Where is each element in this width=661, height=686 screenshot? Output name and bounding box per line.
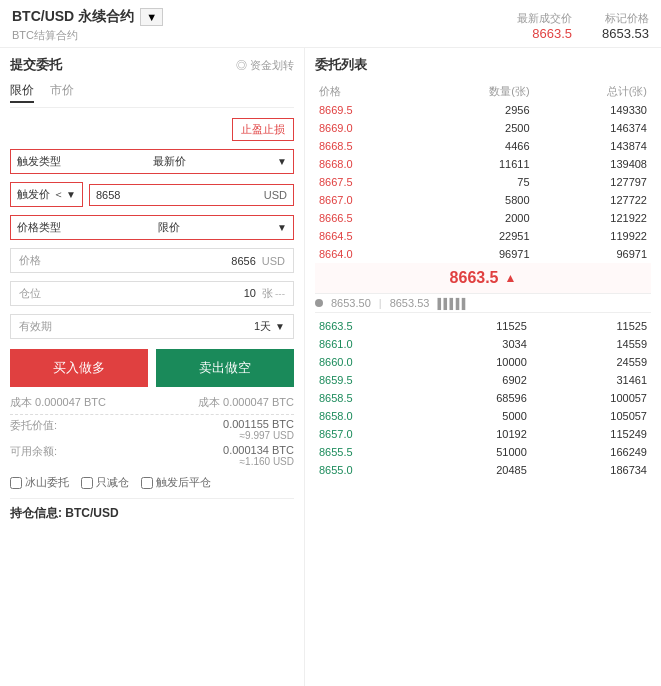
submit-order-title: 提交委托 [10,56,62,74]
bid-row[interactable]: 8655.0 20485 186734 [315,461,651,479]
bid-row[interactable]: 8658.5 68596 100057 [315,389,651,407]
ask-qty: 96971 [416,245,533,263]
ask-row[interactable]: 8664.5 22951 119922 [315,227,651,245]
tab-market[interactable]: 市价 [50,82,74,103]
price-unit: USD [262,255,285,267]
stop-loss-button[interactable]: 止盈止损 [232,118,294,141]
bottom-price1: 8653.50 [331,297,371,309]
ask-row[interactable]: 8668.0 11611 139408 [315,155,651,173]
ask-price: 8669.5 [315,101,416,119]
header-title-row: BTC/USD 永续合约 ▼ [12,8,163,26]
bid-row[interactable]: 8663.5 11525 11525 [315,317,651,335]
bid-qty: 68596 [427,389,531,407]
ask-row[interactable]: 8667.0 5800 127722 [315,191,651,209]
bid-total: 166249 [531,443,651,461]
ask-total: 143874 [534,137,651,155]
action-buttons: 买入做多 卖出做空 [10,349,294,387]
ask-total: 149330 [534,101,651,119]
instrument-title: BTC/USD 永续合约 [12,8,134,26]
sell-short-button[interactable]: 卖出做空 [156,349,294,387]
tab-limit[interactable]: 限价 [10,82,34,103]
checkbox-row: 冰山委托 只减仓 触发后平仓 [10,475,294,490]
position-unit: 张 [262,286,273,301]
bid-total: 100057 [531,389,651,407]
period-row[interactable]: 有效期 1天 ▼ [10,314,294,339]
iceberg-checkbox[interactable] [10,477,22,489]
available-usd: ≈1.160 USD [240,456,294,467]
bid-price: 8658.0 [315,407,427,425]
ask-row[interactable]: 8664.0 96971 96971 [315,245,651,263]
bid-price: 8655.5 [315,443,427,461]
iceberg-label: 冰山委托 [25,475,69,490]
delegate-value: 0.001155 BTC [223,418,294,430]
bid-qty: 51000 [427,443,531,461]
bid-price: 8663.5 [315,317,427,335]
position-sub: --- [275,288,285,299]
ask-price: 8667.0 [315,191,416,209]
current-price: 8663.5 [450,269,499,287]
bid-qty: 10192 [427,425,531,443]
ask-row[interactable]: 8669.0 2500 146374 [315,119,651,137]
instrument-subtitle: BTC结算合约 [12,28,163,43]
price-input-row[interactable]: 价格 8656 USD [10,248,294,273]
trigger-price-value: 8658 [96,189,120,201]
holdings-title: 持仓信息: BTC/USD [10,498,294,522]
close-checkbox-label[interactable]: 触发后平仓 [141,475,211,490]
stop-loss-section: 止盈止损 [10,118,294,141]
ask-row[interactable]: 8667.5 75 127797 [315,173,651,191]
ask-qty: 11611 [416,155,533,173]
ask-total: 127797 [534,173,651,191]
ask-price: 8668.0 [315,155,416,173]
price-value: 8656 [231,255,255,267]
bid-row[interactable]: 8659.5 6902 31461 [315,371,651,389]
position-input-row[interactable]: 仓位 10 张 --- [10,281,294,306]
ask-row[interactable]: 8669.5 2956 149330 [315,101,651,119]
transfer-link[interactable]: ◎ 资金划转 [236,58,294,73]
period-value-text: 1天 [254,319,271,334]
bid-total: 14559 [531,335,651,353]
order-book-table: 价格 数量(张) 总计(张) 8669.5 2956 1493308669.0 … [315,82,651,263]
price-label: 价格 [19,253,41,268]
reduce-checkbox-label[interactable]: 只减仓 [81,475,129,490]
delegate-usd: ≈9.997 USD [240,430,294,441]
price-type-select[interactable]: 价格类型 限价 ▼ [10,215,294,240]
ask-qty: 2500 [416,119,533,137]
order-book-title: 委托列表 [315,56,651,74]
ask-total: 121922 [534,209,651,227]
reduce-checkbox[interactable] [81,477,93,489]
delegate-row: 委托价值: 0.001155 BTC ≈9.997 USD [10,418,294,441]
available-row: 可用余额: 0.000134 BTC ≈1.160 USD [10,444,294,467]
latest-price-label: 最新成交价 [517,11,572,26]
ask-row[interactable]: 8668.5 4466 143874 [315,137,651,155]
bid-row[interactable]: 8658.0 5000 105057 [315,407,651,425]
mark-price-label: 标记价格 [605,11,649,26]
close-checkbox[interactable] [141,477,153,489]
bid-row[interactable]: 8657.0 10192 115249 [315,425,651,443]
bid-rows-body: 8663.5 11525 115258661.0 3034 145598660.… [315,317,651,479]
instrument-dropdown[interactable]: ▼ [140,8,163,26]
buy-long-button[interactable]: 买入做多 [10,349,148,387]
trigger-value-input[interactable]: 8658 USD [89,184,294,206]
ask-price: 8667.5 [315,173,416,191]
trigger-type-chevron: ▼ [277,156,287,167]
position-value: 10 [244,287,256,299]
iceberg-checkbox-label[interactable]: 冰山委托 [10,475,69,490]
cost-sell-value: 0.000047 BTC [223,396,294,408]
ask-price: 8669.0 [315,119,416,137]
bid-row[interactable]: 8660.0 10000 24559 [315,353,651,371]
ask-total: 139408 [534,155,651,173]
ask-row[interactable]: 8666.5 2000 121922 [315,209,651,227]
latest-price-col: 最新成交价 8663.5 [517,11,572,41]
bid-row[interactable]: 8661.0 3034 14559 [315,335,651,353]
bottom-price-info: 8653.50 | 8653.53 ▌▌▌▌▌ [315,293,651,313]
ask-qty: 4466 [416,137,533,155]
period-chevron: ▼ [275,321,285,332]
trigger-type-select[interactable]: 触发类型 最新价 ▼ [10,149,294,174]
close-label: 触发后平仓 [156,475,211,490]
delegate-info: 委托价值: 0.001155 BTC ≈9.997 USD 可用余额: 0.00… [10,418,294,467]
bid-price: 8655.0 [315,461,427,479]
separator: | [379,297,382,309]
trigger-condition-select[interactable]: 触发价 ＜ ▼ [10,182,83,207]
current-arrow: ▲ [505,271,517,285]
bid-row[interactable]: 8655.5 51000 166249 [315,443,651,461]
